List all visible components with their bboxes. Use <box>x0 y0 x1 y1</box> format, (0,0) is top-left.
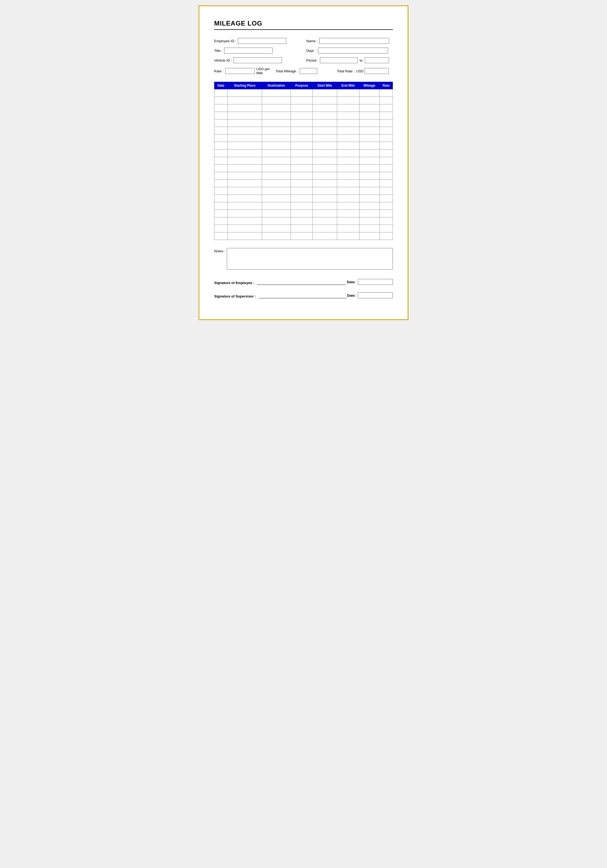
title-input[interactable] <box>224 48 273 54</box>
period-from-input[interactable] <box>320 57 357 63</box>
employee-signature-label: Signature of Employee : <box>214 281 254 285</box>
total-mileage-input[interactable] <box>300 68 317 74</box>
signature-section: Signature of Employee : Date: Signature … <box>214 279 393 298</box>
table-row <box>214 157 393 164</box>
page-title: MILEAGE LOG <box>214 20 393 27</box>
table-row <box>214 217 393 225</box>
col-destination: Destination <box>262 82 291 89</box>
usd-per-mile-label: USD per Mile <box>256 67 270 75</box>
col-purpose: Purpose <box>291 82 313 89</box>
table-row <box>214 202 393 210</box>
dept-label: Dept. : <box>306 49 317 53</box>
vehicle-id-group: Vehicle ID : <box>214 57 301 63</box>
table-row <box>214 112 393 119</box>
supervisor-signature-line <box>259 293 347 298</box>
col-end-mile: End Mile <box>337 82 359 89</box>
total-rate-value-input[interactable] <box>365 68 389 74</box>
col-start-mile: Start Mile <box>313 82 337 89</box>
log-table: Date Starting Place Destination Purpose … <box>214 82 393 240</box>
total-rate-label: Total Rate : <box>337 69 355 73</box>
rate-input[interactable] <box>225 68 255 74</box>
notes-textarea[interactable] <box>227 248 393 270</box>
table-row <box>214 127 393 135</box>
name-input[interactable] <box>319 38 389 44</box>
table-row <box>214 119 393 127</box>
table-row <box>214 150 393 157</box>
col-rate: Rate <box>380 82 393 89</box>
notes-label: Notes : <box>214 249 225 253</box>
col-date: Date <box>214 82 228 89</box>
table-row <box>214 104 393 112</box>
form-row-4: Rate : USD per Mile Total Mileage : Tota… <box>214 67 393 75</box>
form-row-2: Title : Dept. : <box>214 48 393 54</box>
name-group: Name : <box>306 38 393 44</box>
dept-group: Dept. : <box>306 48 393 54</box>
table-header: Date Starting Place Destination Purpose … <box>214 82 393 89</box>
period-label: Period : <box>306 58 318 62</box>
table-row <box>214 187 393 195</box>
table-row <box>214 89 393 97</box>
form-row-3: Vehicle ID : Period : to <box>214 57 393 63</box>
table-row <box>214 97 393 104</box>
period-to-label: to <box>360 58 363 62</box>
employee-id-group: Employee ID : <box>214 38 301 44</box>
title-label: Title : <box>214 49 222 53</box>
table-row <box>214 164 393 172</box>
total-mileage-group: Total Mileage : <box>276 68 331 74</box>
table-body <box>214 89 393 240</box>
table-row <box>214 172 393 180</box>
employee-id-input[interactable] <box>238 38 286 44</box>
table-row <box>214 135 393 142</box>
table-row <box>214 180 393 187</box>
table-row <box>214 225 393 232</box>
supervisor-date-input[interactable] <box>358 292 393 298</box>
employee-signature-row: Signature of Employee : Date: <box>214 279 393 285</box>
supervisor-date-label: Date: <box>347 293 356 298</box>
supervisor-date-group: Date: <box>347 292 393 298</box>
rate-group: Rate : USD per Mile <box>214 67 270 75</box>
col-starting-place: Starting Place <box>227 82 262 89</box>
dept-input[interactable] <box>318 48 388 54</box>
total-rate-group: Total Rate : USD <box>337 68 393 74</box>
table-row <box>214 210 393 217</box>
usd-label: USD <box>356 69 363 73</box>
supervisor-signature-label: Signature of Supervisor : <box>214 294 256 298</box>
col-mileage: Mileage <box>359 82 379 89</box>
period-to-input[interactable] <box>365 57 389 63</box>
table-row <box>214 142 393 150</box>
table-row <box>214 232 393 240</box>
title-divider <box>214 29 393 30</box>
employee-signature-line <box>257 279 346 285</box>
title-group: Title : <box>214 48 301 54</box>
name-label: Name : <box>306 39 317 43</box>
employee-date-label: Date: <box>347 280 356 284</box>
total-mileage-label: Total Mileage : <box>276 69 298 73</box>
table-row <box>214 195 393 202</box>
table-header-row: Date Starting Place Destination Purpose … <box>214 82 393 89</box>
supervisor-signature-row: Signature of Supervisor : Date: <box>214 292 393 298</box>
vehicle-id-input[interactable] <box>234 57 282 63</box>
rate-label: Rate : <box>214 69 224 73</box>
employee-id-label: Employee ID : <box>214 39 236 43</box>
form-row-1: Employee ID : Name : <box>214 38 393 44</box>
employee-date-group: Date: <box>347 279 393 285</box>
mileage-log-page: MILEAGE LOG Employee ID : Name : Title :… <box>199 5 408 320</box>
form-section: Employee ID : Name : Title : Dept. : Veh… <box>214 38 393 75</box>
vehicle-id-label: Vehicle ID : <box>214 58 232 62</box>
notes-section: Notes : <box>214 248 393 270</box>
employee-date-input[interactable] <box>358 279 393 285</box>
period-group: Period : to <box>306 57 393 63</box>
